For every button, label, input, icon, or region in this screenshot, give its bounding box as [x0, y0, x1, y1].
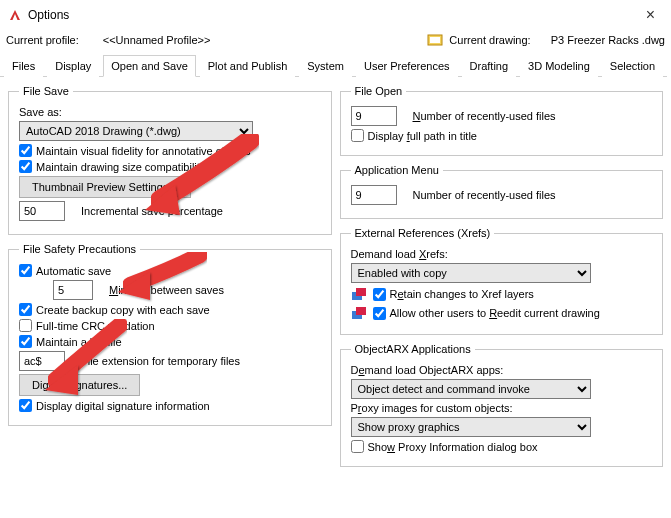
visual-fidelity-checkbox[interactable]: Maintain visual fidelity for annotative …	[19, 144, 251, 157]
tab-profiles[interactable]: Profiles	[667, 55, 671, 77]
recent-files-open-input[interactable]	[351, 106, 397, 126]
group-file-save: File Save Save as: AutoCAD 2018 Drawing …	[8, 85, 332, 235]
automatic-save-input[interactable]	[19, 264, 32, 277]
svg-rect-3	[356, 288, 366, 296]
show-proxy-dialog-checkbox[interactable]: Show Proxy Information dialog box	[351, 440, 538, 453]
show-proxy-dialog-input[interactable]	[351, 440, 364, 453]
thumbnail-preview-button[interactable]: Thumbnail Preview Settings...	[19, 176, 191, 198]
demand-load-arx-label: Demand load ObjectARX apps:	[351, 364, 504, 376]
tab-open-and-save[interactable]: Open and Save	[103, 55, 195, 77]
demand-load-xrefs-select[interactable]: Enabled with copy	[351, 263, 591, 283]
demand-load-arx-select[interactable]: Object detect and command invoke	[351, 379, 591, 399]
tab-selection[interactable]: Selection	[602, 55, 663, 77]
minutes-between-saves-input[interactable]	[53, 280, 93, 300]
crc-validation-checkbox[interactable]: Full-time CRC validation	[19, 319, 155, 332]
automatic-save-checkbox[interactable]: Automatic save	[19, 264, 111, 277]
incremental-save-label: Incremental save percentage	[81, 205, 223, 217]
recent-files-open-label: Number of recently-used files	[413, 110, 556, 122]
allow-reedit-checkbox[interactable]: Allow other users to Reedit current draw…	[373, 307, 600, 320]
tab-display[interactable]: Display	[47, 55, 99, 77]
display-signature-checkbox[interactable]: Display digital signature information	[19, 399, 210, 412]
full-path-title-input[interactable]	[351, 129, 364, 142]
minutes-between-saves-label: Minutes between saves	[109, 284, 224, 296]
group-file-open: File Open Number of recently-used files …	[340, 85, 664, 156]
group-objectarx: ObjectARX Applications Demand load Objec…	[340, 343, 664, 467]
incremental-save-input[interactable]	[19, 201, 65, 221]
demand-load-xrefs-label: Demand load Xrefs:	[351, 248, 448, 260]
create-backup-checkbox[interactable]: Create backup copy with each save	[19, 303, 210, 316]
temp-file-ext-input[interactable]	[19, 351, 65, 371]
legend-xrefs: External References (Xrefs)	[351, 227, 495, 239]
xref-layers-icon	[351, 286, 367, 302]
maintain-log-checkbox[interactable]: Maintain a log file	[19, 335, 122, 348]
app-icon	[8, 8, 22, 22]
svg-rect-5	[356, 307, 366, 315]
create-backup-input[interactable]	[19, 303, 32, 316]
tab-3d-modeling[interactable]: 3D Modeling	[520, 55, 598, 77]
save-as-select[interactable]: AutoCAD 2018 Drawing (*.dwg)	[19, 121, 253, 141]
tab-files[interactable]: Files	[4, 55, 43, 77]
maintain-log-input[interactable]	[19, 335, 32, 348]
tab-bar: Files Display Open and Save Plot and Pub…	[0, 54, 671, 77]
recent-files-menu-input[interactable]	[351, 185, 397, 205]
window-title: Options	[28, 8, 69, 22]
crc-validation-input[interactable]	[19, 319, 32, 332]
tab-system[interactable]: System	[299, 55, 352, 77]
retain-xref-layers-checkbox[interactable]: Retain changes to Xref layers	[373, 288, 534, 301]
proxy-images-select[interactable]: Show proxy graphics	[351, 417, 591, 437]
group-file-safety: File Safety Precautions Automatic save M…	[8, 243, 332, 426]
tab-drafting[interactable]: Drafting	[462, 55, 517, 77]
drawing-size-input[interactable]	[19, 160, 32, 173]
current-drawing-value: P3 Freezer Racks .dwg	[551, 34, 665, 46]
digital-signatures-button[interactable]: Digital Signatures...	[19, 374, 140, 396]
drawing-icon	[427, 32, 443, 48]
full-path-title-checkbox[interactable]: Display full path in title	[351, 129, 477, 142]
recent-files-menu-label: Number of recently-used files	[413, 189, 556, 201]
current-profile-label: Current profile:	[6, 34, 79, 46]
legend-file-safety: File Safety Precautions	[19, 243, 140, 255]
tab-plot-and-publish[interactable]: Plot and Publish	[200, 55, 296, 77]
close-button[interactable]: ×	[638, 6, 663, 24]
retain-xref-layers-input[interactable]	[373, 288, 386, 301]
current-profile-value: <<Unnamed Profile>>	[103, 34, 211, 46]
drawing-size-checkbox[interactable]: Maintain drawing size compatibility	[19, 160, 205, 173]
legend-file-save: File Save	[19, 85, 73, 97]
save-as-label: Save as:	[19, 106, 62, 118]
xref-reedit-icon	[351, 305, 367, 321]
group-application-menu: Application Menu Number of recently-used…	[340, 164, 664, 219]
legend-file-open: File Open	[351, 85, 407, 97]
legend-application-menu: Application Menu	[351, 164, 443, 176]
current-drawing-label: Current drawing:	[449, 34, 530, 46]
svg-rect-1	[430, 37, 440, 43]
temp-file-ext-label: File extension for temporary files	[81, 355, 240, 367]
legend-objectarx: ObjectARX Applications	[351, 343, 475, 355]
visual-fidelity-input[interactable]	[19, 144, 32, 157]
allow-reedit-input[interactable]	[373, 307, 386, 320]
display-signature-input[interactable]	[19, 399, 32, 412]
proxy-images-label: Proxy images for custom objects:	[351, 402, 513, 414]
group-xrefs: External References (Xrefs) Demand load …	[340, 227, 664, 335]
tab-user-preferences[interactable]: User Preferences	[356, 55, 458, 77]
